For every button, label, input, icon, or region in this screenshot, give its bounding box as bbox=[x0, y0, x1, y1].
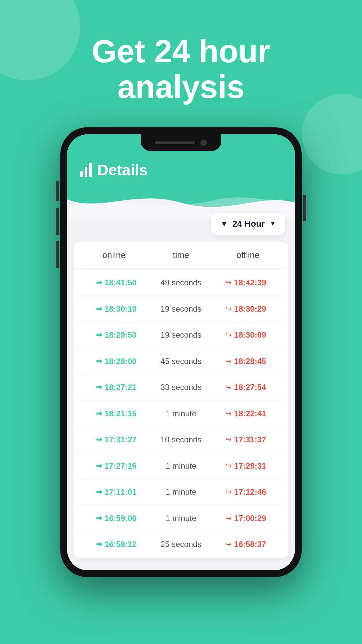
table-row: ➡ 17:11:01 1 minute ↪ 17:12:46 bbox=[77, 480, 285, 504]
cell-offline-10: ↪ 16:58:37 bbox=[214, 540, 278, 549]
cell-online-9: ➡ 16:59:06 bbox=[84, 514, 148, 523]
login-icon: ➡ bbox=[96, 383, 102, 392]
cell-offline-5: ↪ 18:22:41 bbox=[214, 409, 278, 418]
cell-online-5: ➡ 18:21:15 bbox=[84, 409, 148, 418]
cell-duration-9: 1 minute bbox=[148, 514, 213, 523]
silent-button bbox=[56, 181, 59, 201]
online-time: 17:11:01 bbox=[105, 487, 137, 497]
table-row: ➡ 16:58:12 25 seconds ↪ 16:58:37 bbox=[77, 532, 285, 556]
offline-time: 17:12:46 bbox=[234, 487, 266, 497]
screen-content: ▼ 24 Hour ▼ online time offline ➡ bbox=[67, 213, 295, 565]
filter-label: 24 Hour bbox=[232, 219, 265, 229]
logout-icon: ↪ bbox=[225, 462, 231, 470]
phone-frame: Details ▼ 24 Hour ▼ bbox=[60, 127, 302, 577]
offline-time: 18:28:45 bbox=[234, 357, 266, 366]
cell-offline-0: ↪ 18:42:39 bbox=[214, 278, 278, 287]
col-time-header: time bbox=[147, 250, 215, 260]
online-time: 16:58:12 bbox=[105, 540, 137, 549]
table-row: ➡ 18:29:50 19 seconds ↪ 18:30:09 bbox=[77, 323, 285, 347]
online-time: 18:27:21 bbox=[105, 383, 137, 392]
table-header: online time offline bbox=[74, 242, 288, 269]
logout-icon: ↪ bbox=[225, 278, 231, 287]
cell-duration-1: 19 seconds bbox=[148, 304, 213, 314]
cell-online-4: ➡ 18:27:21 bbox=[84, 383, 148, 392]
logout-icon: ↪ bbox=[225, 357, 231, 366]
login-icon: ➡ bbox=[96, 278, 102, 287]
cell-duration-5: 1 minute bbox=[148, 409, 213, 418]
volume-up-button bbox=[56, 208, 59, 235]
chevron-down-icon: ▼ bbox=[269, 220, 276, 227]
front-camera bbox=[200, 139, 207, 146]
table-row: ➡ 18:41:50 49 seconds ↪ 18:42:39 bbox=[77, 271, 285, 295]
table-row: ➡ 18:30:10 19 seconds ↪ 18:30:29 bbox=[77, 297, 285, 321]
table-row: ➡ 17:31:27 10 seconds ↪ 17:31:37 bbox=[77, 428, 285, 452]
cell-duration-8: 1 minute bbox=[148, 487, 213, 497]
login-icon: ➡ bbox=[96, 435, 102, 444]
cell-duration-4: 33 seconds bbox=[148, 383, 213, 392]
login-icon: ➡ bbox=[96, 462, 102, 470]
cell-offline-9: ↪ 17:00:29 bbox=[214, 514, 278, 523]
cell-offline-3: ↪ 18:28:45 bbox=[214, 357, 278, 366]
cell-duration-7: 1 minute bbox=[148, 461, 213, 471]
offline-time: 18:27:54 bbox=[234, 383, 266, 392]
online-time: 18:30:10 bbox=[105, 304, 137, 314]
power-button bbox=[303, 195, 306, 221]
cell-offline-4: ↪ 18:27:54 bbox=[214, 383, 278, 392]
cell-duration-6: 10 seconds bbox=[148, 435, 213, 444]
offline-time: 18:22:41 bbox=[234, 409, 266, 418]
cell-online-10: ➡ 16:58:12 bbox=[84, 540, 148, 549]
login-icon: ➡ bbox=[96, 409, 102, 418]
logout-icon: ↪ bbox=[225, 514, 231, 523]
table-row: ➡ 16:59:06 1 minute ↪ 17:00:29 bbox=[77, 506, 285, 530]
offline-time: 17:00:29 bbox=[234, 514, 266, 523]
login-icon: ➡ bbox=[96, 331, 102, 339]
online-time: 17:27:16 bbox=[105, 461, 137, 471]
logout-icon: ↪ bbox=[225, 305, 231, 313]
login-icon: ➡ bbox=[96, 488, 102, 496]
online-time: 18:41:50 bbox=[105, 278, 137, 287]
header-section: Get 24 hour analysis bbox=[0, 0, 362, 124]
page-title: Get 24 hour analysis bbox=[0, 34, 362, 104]
data-table: online time offline ➡ 18:41:50 49 second… bbox=[74, 242, 288, 558]
col-online-header: online bbox=[80, 250, 147, 260]
logout-icon: ↪ bbox=[225, 435, 231, 444]
table-rows: ➡ 18:41:50 49 seconds ↪ 18:42:39 ➡ 18:30… bbox=[74, 271, 288, 556]
cell-offline-8: ↪ 17:12:46 bbox=[214, 487, 278, 497]
cell-online-0: ➡ 18:41:50 bbox=[84, 278, 148, 287]
cell-offline-2: ↪ 18:30:09 bbox=[214, 330, 278, 340]
login-icon: ➡ bbox=[96, 357, 102, 366]
cell-duration-0: 49 seconds bbox=[148, 278, 213, 287]
offline-time: 16:58:37 bbox=[234, 540, 266, 549]
online-time: 18:28:00 bbox=[105, 357, 137, 366]
cell-duration-10: 25 seconds bbox=[148, 540, 213, 549]
screen-title: Details bbox=[97, 161, 148, 179]
table-row: ➡ 17:27:16 1 minute ↪ 17:28:31 bbox=[77, 454, 285, 478]
online-time: 18:29:50 bbox=[105, 330, 137, 340]
phone-notch bbox=[141, 134, 221, 151]
logout-icon: ↪ bbox=[225, 331, 231, 339]
online-time: 17:31:27 bbox=[105, 435, 137, 444]
filter-dropdown[interactable]: ▼ 24 Hour ▼ bbox=[211, 213, 285, 235]
cell-offline-7: ↪ 17:28:31 bbox=[214, 461, 278, 471]
login-icon: ➡ bbox=[96, 540, 102, 549]
phone-screen: Details ▼ 24 Hour ▼ bbox=[67, 134, 295, 570]
logout-icon: ↪ bbox=[225, 540, 231, 549]
cell-online-1: ➡ 18:30:10 bbox=[84, 304, 148, 314]
offline-time: 18:42:39 bbox=[234, 278, 266, 287]
login-icon: ➡ bbox=[96, 514, 102, 523]
notch-bar bbox=[155, 141, 195, 144]
cell-online-3: ➡ 18:28:00 bbox=[84, 357, 148, 366]
cell-offline-6: ↪ 17:31:37 bbox=[214, 435, 278, 444]
filter-icon: ▼ bbox=[221, 220, 228, 228]
filter-row: ▼ 24 Hour ▼ bbox=[74, 213, 288, 235]
table-row: ➡ 18:27:21 33 seconds ↪ 18:27:54 bbox=[77, 375, 285, 399]
screen-header-title: Details bbox=[80, 161, 282, 179]
cell-online-2: ➡ 18:29:50 bbox=[84, 330, 148, 340]
bar-chart-icon bbox=[80, 163, 92, 177]
cell-online-7: ➡ 17:27:16 bbox=[84, 461, 148, 471]
table-row: ➡ 18:21:15 1 minute ↪ 18:22:41 bbox=[77, 401, 285, 426]
col-offline-header: offline bbox=[215, 250, 282, 260]
volume-down-button bbox=[56, 241, 59, 268]
logout-icon: ↪ bbox=[225, 409, 231, 418]
logout-icon: ↪ bbox=[225, 383, 231, 392]
